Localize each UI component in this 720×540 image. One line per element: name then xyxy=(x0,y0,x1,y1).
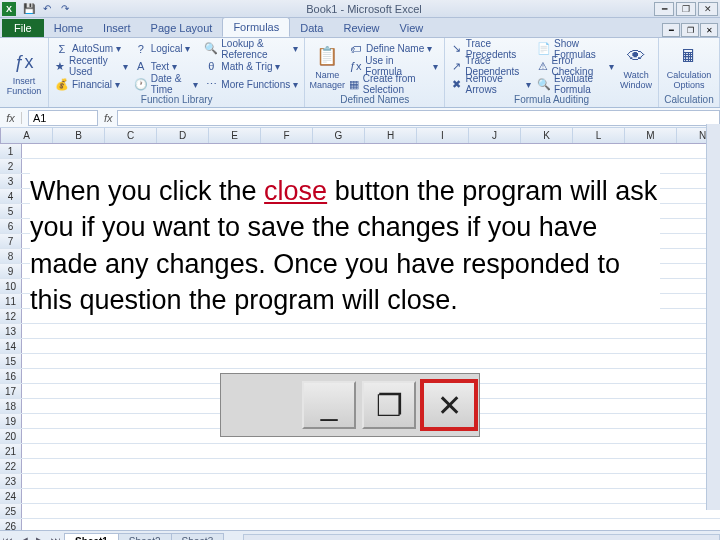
sheet-nav-first[interactable]: ⏮ xyxy=(0,535,16,540)
row-header[interactable]: 19 xyxy=(0,414,22,428)
sheet-nav-next[interactable]: ▶ xyxy=(32,535,48,540)
row-header[interactable]: 17 xyxy=(0,384,22,398)
tab-review[interactable]: Review xyxy=(333,19,389,37)
col-header[interactable]: M xyxy=(625,128,677,143)
sheet-tab-3[interactable]: Sheet3 xyxy=(171,533,225,541)
window-close-button[interactable]: ✕ xyxy=(698,2,718,16)
watch-window-button[interactable]: 👁 Watch Window xyxy=(618,40,654,93)
mdi-restore-button[interactable]: ❐ xyxy=(681,23,699,37)
row-cells[interactable] xyxy=(22,444,720,458)
row-header[interactable]: 1 xyxy=(0,144,22,158)
row-header[interactable]: 6 xyxy=(0,219,22,233)
row-cells[interactable] xyxy=(22,459,720,473)
show-formulas-button[interactable]: 📄Show Formulas xyxy=(535,41,616,57)
qat-undo-icon[interactable]: ↶ xyxy=(39,2,55,16)
row-cells[interactable] xyxy=(22,489,720,503)
row-header[interactable]: 12 xyxy=(0,309,22,323)
row-header[interactable]: 18 xyxy=(0,399,22,413)
evaluate-formula-button[interactable]: 🔍Evaluate Formula xyxy=(535,76,616,92)
row-header[interactable]: 9 xyxy=(0,264,22,278)
define-name-button[interactable]: 🏷Define Name ▾ xyxy=(347,41,440,57)
tab-page-layout[interactable]: Page Layout xyxy=(141,19,223,37)
row-header[interactable]: 26 xyxy=(0,519,22,530)
row-header[interactable]: 4 xyxy=(0,189,22,203)
row-header[interactable]: 2 xyxy=(0,159,22,173)
window-restore-button[interactable]: ❐ xyxy=(676,2,696,16)
insert-function-button[interactable]: ƒx Insert Function xyxy=(4,40,44,105)
formula-input[interactable] xyxy=(117,110,720,126)
row-header[interactable]: 20 xyxy=(0,429,22,443)
row-header[interactable]: 14 xyxy=(0,339,22,353)
financial-button[interactable]: 💰Financial ▾ xyxy=(53,76,130,92)
tab-insert[interactable]: Insert xyxy=(93,19,141,37)
window-minimize-button[interactable]: ━ xyxy=(654,2,674,16)
tab-formulas[interactable]: Formulas xyxy=(222,17,290,37)
row-header[interactable]: 24 xyxy=(0,489,22,503)
remove-arrows-button[interactable]: ✖Remove Arrows ▾ xyxy=(449,76,533,92)
col-header[interactable]: F xyxy=(261,128,313,143)
sheet-tab-1[interactable]: Sheet1 xyxy=(64,533,119,541)
name-manager-button[interactable]: 📋 Name Manager xyxy=(309,40,345,93)
row-cells[interactable] xyxy=(22,354,720,368)
row-cells[interactable] xyxy=(22,474,720,488)
row-header[interactable]: 13 xyxy=(0,324,22,338)
row-cells[interactable] xyxy=(22,504,720,518)
text-button[interactable]: AText ▾ xyxy=(132,58,201,74)
more-functions-button[interactable]: ⋯More Functions ▾ xyxy=(202,76,300,92)
trace-dependents-button[interactable]: ↗Trace Dependents xyxy=(449,58,533,74)
trace-precedents-button[interactable]: ↘Trace Precedents xyxy=(449,41,533,57)
autosum-button[interactable]: ΣAutoSum ▾ xyxy=(53,41,130,57)
row-header[interactable]: 5 xyxy=(0,204,22,218)
fx-label-right[interactable]: fx xyxy=(104,112,113,124)
row-header[interactable]: 8 xyxy=(0,249,22,263)
sheet-nav-last[interactable]: ⏭ xyxy=(48,535,64,540)
math-trig-button[interactable]: θMath & Trig ▾ xyxy=(202,58,300,74)
qat-save-icon[interactable]: 💾 xyxy=(21,2,37,16)
mdi-minimize-button[interactable]: ━ xyxy=(662,23,680,37)
row-header[interactable]: 3 xyxy=(0,174,22,188)
col-header[interactable]: E xyxy=(209,128,261,143)
row-header[interactable]: 10 xyxy=(0,279,22,293)
col-header[interactable]: K xyxy=(521,128,573,143)
create-from-selection-button[interactable]: ▦Create from Selection xyxy=(347,76,440,92)
row-cells[interactable] xyxy=(22,324,720,338)
date-time-button[interactable]: 🕐Date & Time ▾ xyxy=(132,76,201,92)
qat-redo-icon[interactable]: ↷ xyxy=(57,2,73,16)
name-box[interactable]: A1 xyxy=(28,110,98,126)
sheet-nav-prev[interactable]: ◀ xyxy=(16,535,32,540)
col-header[interactable]: C xyxy=(105,128,157,143)
row-header[interactable]: 7 xyxy=(0,234,22,248)
recently-used-button[interactable]: ★Recently Used ▾ xyxy=(53,58,130,74)
error-checking-button[interactable]: ⚠Error Checking ▾ xyxy=(535,58,616,74)
use-in-formula-button[interactable]: ƒxUse in Formula ▾ xyxy=(347,58,440,74)
row-header[interactable]: 15 xyxy=(0,354,22,368)
col-header[interactable]: A xyxy=(1,128,53,143)
col-header[interactable]: G xyxy=(313,128,365,143)
calculation-options-button[interactable]: 🖩 Calculation Options xyxy=(663,40,715,93)
row-header[interactable]: 23 xyxy=(0,474,22,488)
row-cells[interactable] xyxy=(22,519,720,530)
sheet-tab-2[interactable]: Sheet2 xyxy=(118,533,172,541)
row-header[interactable]: 11 xyxy=(0,294,22,308)
col-header[interactable]: B xyxy=(53,128,105,143)
row-header[interactable]: 21 xyxy=(0,444,22,458)
row-header[interactable]: 16 xyxy=(0,369,22,383)
tab-data[interactable]: Data xyxy=(290,19,333,37)
logical-button[interactable]: ?Logical ▾ xyxy=(132,41,201,57)
col-header[interactable]: L xyxy=(573,128,625,143)
horizontal-scrollbar[interactable] xyxy=(243,534,720,541)
col-header[interactable]: J xyxy=(469,128,521,143)
lookup-reference-button[interactable]: 🔍Lookup & Reference ▾ xyxy=(202,41,300,57)
col-header[interactable]: I xyxy=(417,128,469,143)
row-cells[interactable] xyxy=(22,159,720,173)
row-cells[interactable] xyxy=(22,144,720,158)
row-cells[interactable] xyxy=(22,339,720,353)
tab-home[interactable]: Home xyxy=(44,19,93,37)
mdi-close-button[interactable]: ✕ xyxy=(700,23,718,37)
row-header[interactable]: 25 xyxy=(0,504,22,518)
tab-file[interactable]: File xyxy=(2,19,44,37)
tab-view[interactable]: View xyxy=(390,19,434,37)
vertical-scrollbar[interactable] xyxy=(706,124,720,510)
row-header[interactable]: 22 xyxy=(0,459,22,473)
col-header[interactable]: D xyxy=(157,128,209,143)
